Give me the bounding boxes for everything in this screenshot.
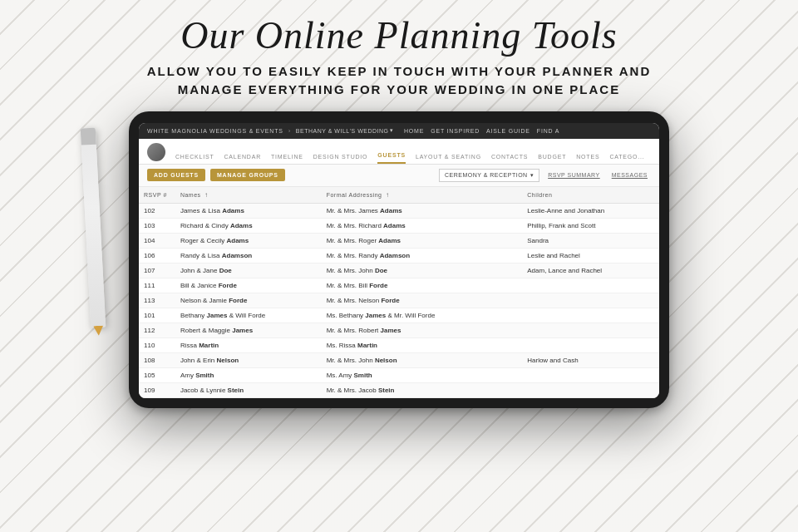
tab-calendar[interactable]: CALENDAR — [224, 154, 262, 164]
tab-bar: CHECKLIST CALENDAR TIMELINE DESIGN STUDI… — [139, 139, 659, 165]
table-row: 105Amy SmithMs. Amy Smith — [139, 367, 659, 382]
tab-checklist[interactable]: CHECKLIST — [175, 154, 214, 164]
cell-children: Leslie and Rachel — [522, 248, 659, 263]
cell-formal: Mr. & Mrs. Nelson Forde — [322, 293, 523, 308]
ceremony-arrow-icon: ▾ — [530, 172, 534, 179]
add-guests-button[interactable]: ADD GUESTS — [147, 169, 205, 181]
cell-formal: Mr. & Mrs. John Nelson — [322, 352, 523, 367]
cursive-title: Our Online Planning Tools — [147, 15, 651, 57]
manage-groups-button[interactable]: MANAGE GROUPS — [210, 169, 285, 181]
cell-formal: Mr. & Mrs. Randy Adamson — [322, 248, 523, 263]
cell-formal: Mr. & Mrs. Bill Forde — [322, 278, 523, 293]
cell-rsvp: 105 — [139, 367, 175, 382]
cell-children: Sandra — [522, 233, 659, 248]
col-header-rsvp: RSVP # — [139, 187, 175, 204]
cell-children — [522, 293, 659, 308]
cell-children — [522, 308, 659, 323]
cell-name: Bethany James & Will Forde — [175, 308, 322, 323]
cell-name: Robert & Maggie James — [175, 323, 322, 337]
cell-formal: Mr. & Mrs. Robert James — [322, 323, 523, 337]
tab-layout-seating[interactable]: LAYOUT & SEATING — [416, 154, 481, 164]
cell-children — [522, 278, 659, 293]
cell-name: Jacob & Lynnie Stein — [175, 382, 322, 397]
cell-formal: Mr. & Mrs. Richard Adams — [322, 218, 523, 233]
nav-link-aisle[interactable]: AISLE GUIDE — [486, 128, 530, 134]
col-header-names[interactable]: Names ↑ — [175, 187, 322, 204]
nav-links: HOME GET INSPIRED AISLE GUIDE FIND A — [404, 128, 559, 134]
cell-formal: Ms. Amy Smith — [322, 367, 523, 382]
cell-rsvp: 104 — [139, 233, 175, 248]
tab-timeline[interactable]: TIMELINE — [271, 154, 303, 164]
cell-children — [522, 382, 659, 397]
tab-notes[interactable]: NOTES — [576, 154, 599, 164]
nav-wedding-label: BETHANY & WILL'S WEDDING — [296, 128, 389, 134]
cell-name: Randy & Lisa Adamson — [175, 248, 322, 263]
cell-rsvp: 101 — [139, 308, 175, 323]
table-row: 104Roger & Cecily AdamsMr. & Mrs. Roger … — [139, 233, 659, 248]
cell-rsvp: 106 — [139, 248, 175, 263]
cell-rsvp: 112 — [139, 323, 175, 337]
subtitle-line1: ALLOW YOU TO EASILY KEEP IN TOUCH WITH Y… — [147, 64, 651, 78]
nav-link-find[interactable]: FIND A — [537, 128, 559, 134]
nav-link-inspired[interactable]: GET INSPIRED — [431, 128, 480, 134]
table-row: 108John & Erin NelsonMr. & Mrs. John Nel… — [139, 352, 659, 367]
table-row: 101Bethany James & Will FordeMs. Bethany… — [139, 308, 659, 323]
cell-rsvp: 111 — [139, 278, 175, 293]
tab-budget[interactable]: BUDGET — [538, 154, 566, 164]
table-header-row: RSVP # Names ↑ Formal Addressing ↑ Child… — [139, 187, 659, 204]
avatar — [147, 143, 165, 161]
page-content: Our Online Planning Tools ALLOW YOU TO E… — [0, 0, 798, 532]
cell-name: Rissa Martin — [175, 337, 322, 352]
table-row: 113Nelson & Jamie FordeMr. & Mrs. Nelson… — [139, 293, 659, 308]
col-header-children: Children — [522, 187, 659, 204]
cell-name: Bill & Janice Forde — [175, 278, 322, 293]
nav-wedding[interactable]: BETHANY & WILL'S WEDDING ▾ — [296, 127, 394, 134]
tablet-screen: WHITE MAGNOLIA WEDDINGS & EVENTS › BETHA… — [139, 123, 659, 398]
table-row: 111Bill & Janice FordeMr. & Mrs. Bill Fo… — [139, 278, 659, 293]
rsvp-summary-button[interactable]: RSVP SUMMARY — [544, 170, 603, 180]
col-header-formal[interactable]: Formal Addressing ↑ — [322, 187, 523, 204]
cell-formal: Mr. & Mrs. James Adams — [322, 203, 523, 218]
cell-formal: Mr. & Mrs. Jacob Stein — [322, 382, 523, 397]
nav-link-home[interactable]: HOME — [404, 128, 424, 134]
tab-design-studio[interactable]: DESIGN STUDIO — [313, 154, 368, 164]
cell-rsvp: 103 — [139, 218, 175, 233]
cell-name: Richard & Cindy Adams — [175, 218, 322, 233]
subtitle: ALLOW YOU TO EASILY KEEP IN TOUCH WITH Y… — [147, 62, 651, 100]
cell-rsvp: 110 — [139, 337, 175, 352]
cell-formal: Mr. & Mrs. Roger Adams — [322, 233, 523, 248]
messages-button[interactable]: MESSAGES — [608, 170, 651, 180]
cell-name: John & Erin Nelson — [175, 352, 322, 367]
cell-formal: Ms. Rissa Martin — [322, 337, 523, 352]
tablet-frame: WHITE MAGNOLIA WEDDINGS & EVENTS › BETHA… — [129, 111, 669, 408]
cell-name: Roger & Cecily Adams — [175, 233, 322, 248]
cell-name: John & Jane Doe — [175, 263, 322, 278]
cell-formal: Ms. Bethany James & Mr. Will Forde — [322, 308, 523, 323]
heading-section: Our Online Planning Tools ALLOW YOU TO E… — [147, 15, 651, 100]
cell-children — [522, 337, 659, 352]
tab-contacts[interactable]: CONTACTS — [491, 154, 528, 164]
table-row: 103Richard & Cindy AdamsMr. & Mrs. Richa… — [139, 218, 659, 233]
cell-rsvp: 113 — [139, 293, 175, 308]
table-row: 107John & Jane DoeMr. & Mrs. John DoeAda… — [139, 263, 659, 278]
nav-wedding-arrow: ▾ — [390, 127, 394, 134]
tablet-wrapper: WHITE MAGNOLIA WEDDINGS & EVENTS › BETHA… — [129, 111, 669, 408]
nav-brand: WHITE MAGNOLIA WEDDINGS & EVENTS — [147, 128, 283, 134]
cell-rsvp: 109 — [139, 382, 175, 397]
cell-rsvp: 107 — [139, 263, 175, 278]
cell-children — [522, 367, 659, 382]
cell-children: Leslie-Anne and Jonathan — [522, 203, 659, 218]
cell-formal: Mr. & Mrs. John Doe — [322, 263, 523, 278]
cell-rsvp: 102 — [139, 203, 175, 218]
table-row: 106Randy & Lisa AdamsonMr. & Mrs. Randy … — [139, 248, 659, 263]
tab-category[interactable]: CATEGO... — [609, 154, 644, 164]
table-row: 112Robert & Maggie JamesMr. & Mrs. Rober… — [139, 323, 659, 337]
cell-name: Nelson & Jamie Forde — [175, 293, 322, 308]
cell-children: Harlow and Cash — [522, 352, 659, 367]
ceremony-reception-button[interactable]: CEREMONY & RECEPTION ▾ — [439, 169, 539, 182]
cell-children: Phillip, Frank and Scott — [522, 218, 659, 233]
tab-guests[interactable]: GUESTS — [377, 152, 406, 164]
cell-rsvp: 108 — [139, 352, 175, 367]
ceremony-label: CEREMONY & RECEPTION — [445, 172, 528, 178]
table-row: 102James & Lisa AdamsMr. & Mrs. James Ad… — [139, 203, 659, 218]
